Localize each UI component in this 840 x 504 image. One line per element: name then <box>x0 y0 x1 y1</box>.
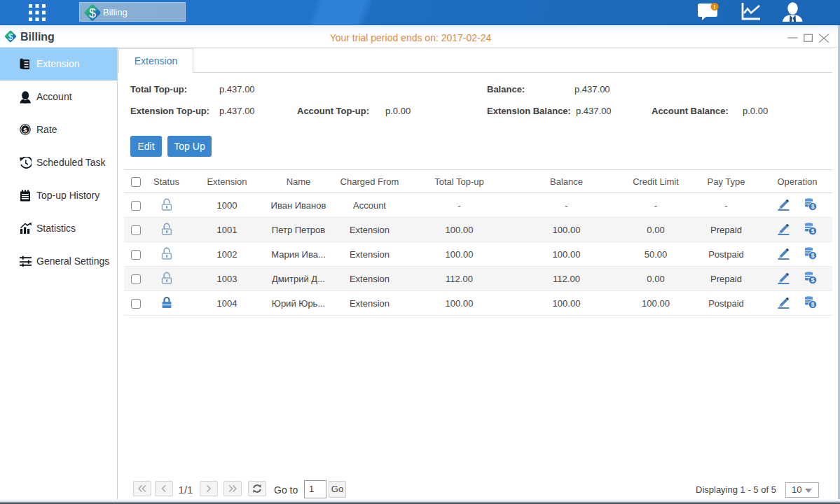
svg-text:$: $ <box>89 6 96 20</box>
svg-text:!: ! <box>714 4 716 10</box>
svg-text:$: $ <box>811 227 814 234</box>
svg-text:$: $ <box>811 252 814 259</box>
svg-text:$: $ <box>811 301 814 308</box>
svg-text:$: $ <box>811 276 814 284</box>
svg-text:$: $ <box>23 126 27 134</box>
svg-text:$: $ <box>811 203 814 210</box>
